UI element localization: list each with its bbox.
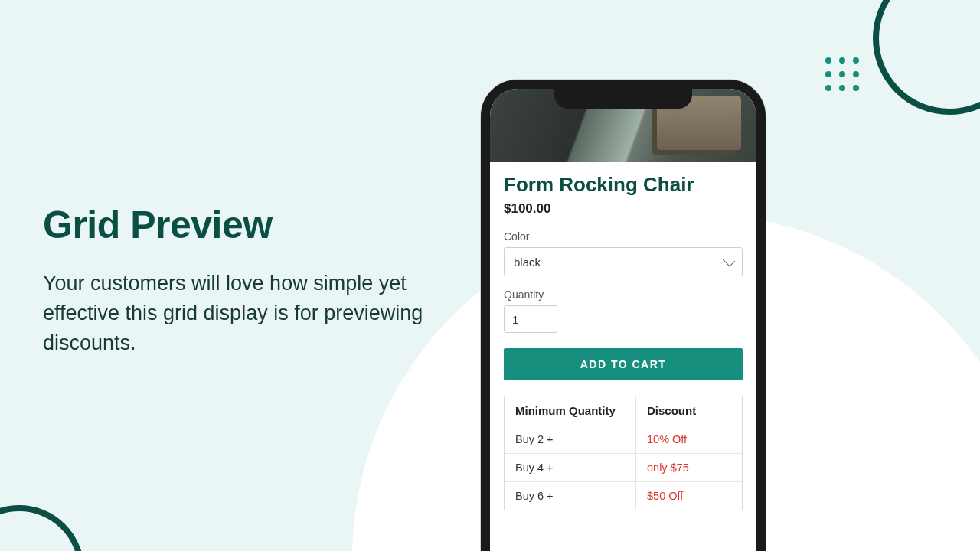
phone-screen: Form Rocking Chair $100.00 Color black Q… xyxy=(490,89,756,551)
product-body: Form Rocking Chair $100.00 Color black Q… xyxy=(490,162,756,510)
quantity-value: 1 xyxy=(512,313,518,326)
marketing-heading: Grid Preview xyxy=(43,203,456,247)
color-label: Color xyxy=(504,230,743,243)
product-price: $100.00 xyxy=(504,201,743,217)
discount-grid: Minimum Quantity Discount Buy 2 + 10% Of… xyxy=(504,396,743,510)
discount-grid-header: Minimum Quantity Discount xyxy=(505,396,742,425)
discount-row: Buy 2 + 10% Off xyxy=(505,425,742,453)
discount-value: $50 Off xyxy=(636,482,742,510)
quantity-label: Quantity xyxy=(504,289,743,301)
discount-qty: Buy 2 + xyxy=(505,425,636,453)
discount-row: Buy 4 + only $75 xyxy=(505,453,742,481)
add-to-cart-button[interactable]: ADD TO CART xyxy=(504,348,743,380)
discount-value: only $75 xyxy=(636,454,742,481)
add-to-cart-label: ADD TO CART xyxy=(580,358,667,370)
product-title: Form Rocking Chair xyxy=(504,173,743,197)
header-min-qty: Minimum Quantity xyxy=(505,396,636,425)
discount-value: 10% Off xyxy=(636,425,742,453)
header-discount: Discount xyxy=(636,396,742,425)
marketing-copy: Grid Preview Your customers will love ho… xyxy=(43,203,456,358)
phone-notch xyxy=(554,89,692,109)
quantity-input[interactable]: 1 xyxy=(504,305,557,333)
bg-arc-top-right xyxy=(873,0,980,115)
phone-mockup: Form Rocking Chair $100.00 Color black Q… xyxy=(481,80,766,551)
color-selected-value: black xyxy=(514,256,541,269)
bg-arc-bottom-left xyxy=(0,505,84,551)
discount-qty: Buy 6 + xyxy=(505,482,636,510)
color-select[interactable]: black xyxy=(504,247,743,276)
discount-qty: Buy 4 + xyxy=(505,454,636,481)
marketing-body: Your customers will love how simple yet … xyxy=(43,269,456,358)
chevron-down-icon xyxy=(725,258,733,266)
discount-row: Buy 6 + $50 Off xyxy=(505,481,742,510)
bg-dot-grid xyxy=(825,57,859,91)
